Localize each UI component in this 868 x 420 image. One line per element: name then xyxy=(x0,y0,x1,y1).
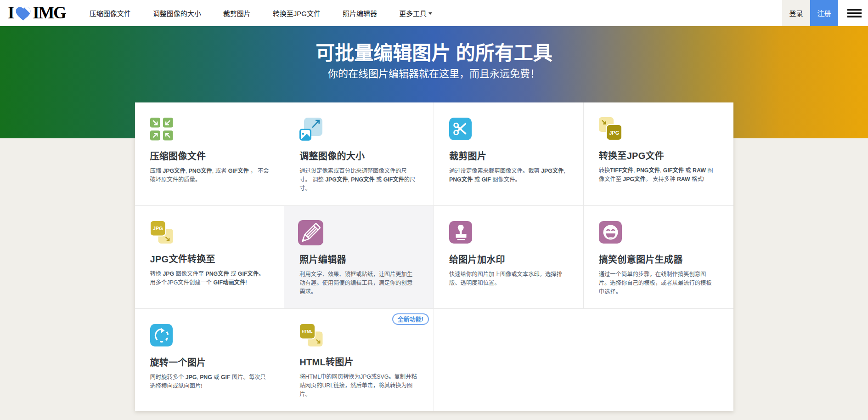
svg-text:JPG: JPG xyxy=(609,130,619,136)
svg-text:HTML: HTML xyxy=(302,329,312,334)
svg-text:JPG: JPG xyxy=(152,226,163,231)
